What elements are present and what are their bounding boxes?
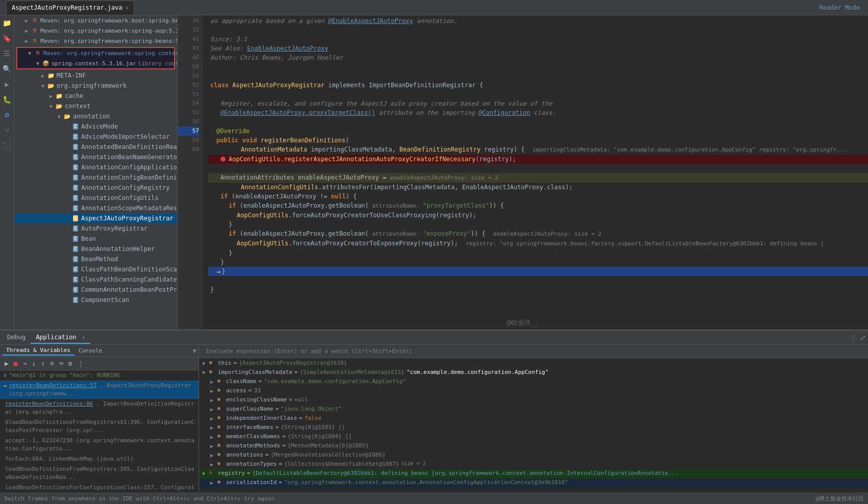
tree-ClassPathScanningCandidateCompon[interactable]: C ClassPathScanningCandidateCompon [14,274,177,285]
stack-frame-0[interactable]: → registerBeanDefinitions:57 , AspectJAu… [0,381,199,399]
jar-item[interactable]: ▼ 📦 spring-context-5.3.16.jar library ro… [17,58,174,68]
var-registry[interactable]: ▼ ⊕ registry = {DefaultListableBeanFacto… [199,469,868,478]
stack-frame-5[interactable]: loadBeanDefinitionsFromRegistrars:395, C… [0,464,199,483]
tree-ComponentScan[interactable]: C ComponentScan [14,295,177,305]
var-enclosingClassName[interactable]: ▶ ⊕ enclosingClassName = null [199,396,868,405]
debug-toolbar: ⋮ ⤢ [850,334,866,342]
tools-icon[interactable]: ⚙ [2,109,13,120]
var-className[interactable]: ▶ ⊕ className = "com.example.demo.config… [199,377,868,387]
console-tab[interactable]: Console [75,346,106,355]
maven-item-1[interactable]: ▶ M Maven: org.springframework.boot:spri… [14,15,177,26]
thread-running[interactable]: ⬇ "main"@1 in group "main": RUNNING [0,370,199,381]
tree-AnnotationBeanNameGenerator[interactable]: C AnnotationBeanNameGenerator [14,152,177,162]
settings-icon[interactable]: ⋮ [850,334,857,342]
expand-icon[interactable]: ⤢ [860,334,866,342]
application-tab[interactable]: Application × [31,332,90,344]
tree-ClassPathBeanDefinitionScanner[interactable]: C ClassPathBeanDefinitionScanner [14,264,177,274]
filter-button[interactable]: ▼ [193,347,196,355]
tree-cache[interactable]: ▶ 📁 cache [14,91,177,101]
tree-AnnotationConfigRegistry[interactable]: C AnnotationConfigRegistry [14,183,177,193]
tree-AutoProxyRegistrar[interactable]: C AutoProxyRegistrar [14,223,177,234]
var-serializationId[interactable]: ▶ ⊕ serializationId = "org.springframewo… [199,478,868,488]
run-to-cursor-btn[interactable]: ⊙ [48,359,56,368]
threads-variables-tab[interactable]: Threads & Variables [2,346,75,356]
tree-BeanMethod[interactable]: C BeanMethod [14,254,177,264]
line-numbers: 34 35 41 43 46 50 51 52 53 [178,15,203,330]
stack-frame-4[interactable]: forEach:684, LinkedHashMap (java.util) [0,454,199,464]
git-icon[interactable]: ⑂ [2,124,13,136]
var-importingClassMetadata[interactable]: ▼ ⊕ importingClassMetadata = {SimpleAnno… [199,368,868,377]
run-icon[interactable]: ▶ [2,79,13,90]
tree-AnnotationConfigApplicationContext[interactable]: C AnnotationConfigApplicationContext [14,162,177,172]
stack-frame-1[interactable]: registerBeanDefinitions:86 , ImportBeanD… [0,399,199,417]
tree-annotation[interactable]: ▼ 📂 annotation [14,111,177,121]
stack-frame-2[interactable]: $loadBeanDefinitionsFromRegistrars$1:396… [0,417,199,436]
tree-BeanAnnotationHelper[interactable]: C BeanAnnotationHelper [14,244,177,254]
search-icon[interactable]: 🔍 [2,63,13,74]
code-line: } [208,285,868,294]
application-tab-close[interactable]: × [82,335,85,340]
tree-Bean[interactable]: C Bean [14,234,177,244]
application-tab-label: Application [36,334,76,341]
step-into-btn[interactable]: ↓ [30,359,37,368]
var-this[interactable]: ▼ ⊕ this = {AspectJAutoProxyRegistrar@16… [199,359,868,368]
structure-icon[interactable]: ☰ [2,48,13,59]
more-btn[interactable]: ⋮ [76,359,86,368]
var-superClassName[interactable]: ▶ ⊕ superClassName = "java.lang.Object" [199,405,868,414]
code-line: AopConfigUtils.forceAutoProxyCreatorToEx… [208,239,868,248]
maven-item-3[interactable]: ▶ M Maven: org.springframework:spring-be… [14,36,177,46]
debug-tab[interactable]: Debug [2,332,31,344]
stack-frame-6[interactable]: loadBeanDefinitionsForConfigurationClass… [0,483,199,493]
var-annotationTypes[interactable]: ▶ ⊕ annotationTypes = {Collections$Unmod… [199,460,868,469]
var-annotations[interactable]: ▶ ⊕ annotations = {MergedAnnotationsColl… [199,451,868,460]
stack-frame-3[interactable]: accept:-1, 623247230 (org.springframewor… [0,436,199,454]
code-line: } [208,248,868,258]
evaluate-btn[interactable]: ⌨ [58,359,65,368]
bookmark-icon[interactable]: 🔖 [2,33,13,44]
thread-running-label: "main"@1 in group "main": RUNNING [9,372,120,379]
editor-tab-active[interactable]: AspectJAutoProxyRegistrar.java × [6,1,134,15]
tree-context[interactable]: ▼ 📂 context [14,101,177,111]
debug-panel: Debug Application × ⋮ ⤢ Threads & Variab… [0,330,868,493]
stop-btn[interactable]: ■ [12,359,19,368]
code-line [208,62,868,71]
status-text: Switch frames from anywhere in the IDE w… [4,495,815,502]
var-annotatedMethods[interactable]: ▶ ⊕ annotatedMethods = {MethodMetadata[0… [199,442,868,451]
step-over-btn[interactable]: ↷ [21,359,29,368]
tree-AdviceMode[interactable]: C AdviceMode [14,121,177,132]
resume-btn[interactable]: ▶ [3,359,10,368]
tree-meta-inf[interactable]: ▶ 📁 META-INF [14,70,177,81]
tree-AnnotatedBeanDefinitionReader[interactable]: C AnnotatedBeanDefinitionReader [14,142,177,152]
code-line: See Also: EnableAspectJAutoProxy [208,44,868,53]
code-editor[interactable]: as appropriate based on a given @EnableA… [203,15,868,330]
settings-btn[interactable]: ⚙ [67,359,74,368]
code-line [208,90,868,99]
maven-item-highlighted[interactable]: ▼ M Maven: org.springframework:spring-co… [17,48,174,58]
tree-AspectJAutoProxyRegistrar[interactable]: C AspectJAutoProxyRegistrar [14,213,177,223]
tree-CommonAnnotationBeanPostProcessor[interactable]: C CommonAnnotationBeanPostProcesso [14,285,177,295]
var-memberClassNames[interactable]: ▶ ⊕ memberClassNames = {String[0]@1884} … [199,433,868,442]
reader-mode-button[interactable]: Reader Mode [815,3,864,12]
project-icon[interactable]: 📁 [2,17,13,29]
debug-icon[interactable]: 🐛 [2,94,13,105]
community-link: @稀土掘金技术社区 [815,495,864,502]
var-interfaceNames[interactable]: ▶ ⊕ interfaceNames = {String[0]@1883} [] [199,423,868,433]
tree-AnnotationConfigUtils[interactable]: C AnnotationConfigUtils [14,193,177,203]
tree-AnnotationConfigBeanDefinitionParse[interactable]: C AnnotationConfigBeanDefinitionParse [14,172,177,183]
tab-filename: AspectJAutoProxyRegistrar.java [12,4,122,11]
tree-AdviceModeImportSelector[interactable]: C AdviceModeImportSelector [14,132,177,142]
step-out-btn[interactable]: ↑ [39,359,46,368]
var-access[interactable]: ▶ ⊕ access = 33 [199,387,868,396]
tab-close-icon[interactable]: × [126,5,129,11]
terminal-icon[interactable]: ⬛ [2,140,13,151]
code-line [208,71,868,81]
code-line [208,26,868,35]
threads-toolbar: ▶ ■ ↷ ↓ ↑ ⊙ ⌨ ⚙ ⋮ [0,357,199,370]
code-line [208,117,868,127]
threads-variables-selector: Threads & Variables Console ▼ [0,345,199,357]
tree-AnnotationScopeMetadataResolver[interactable]: C AnnotationScopeMetadataResolver [14,203,177,213]
var-independentInnerClass[interactable]: ▶ ⊕ independentInnerClass = false [199,414,868,423]
maven-item-2[interactable]: ▶ M Maven: org.springframework:spring-ao… [14,26,177,36]
tree-org-springframework[interactable]: ▼ 📂 org.springframework [14,81,177,91]
top-bar: AspectJAutoProxyRegistrar.java × Reader … [0,0,868,15]
